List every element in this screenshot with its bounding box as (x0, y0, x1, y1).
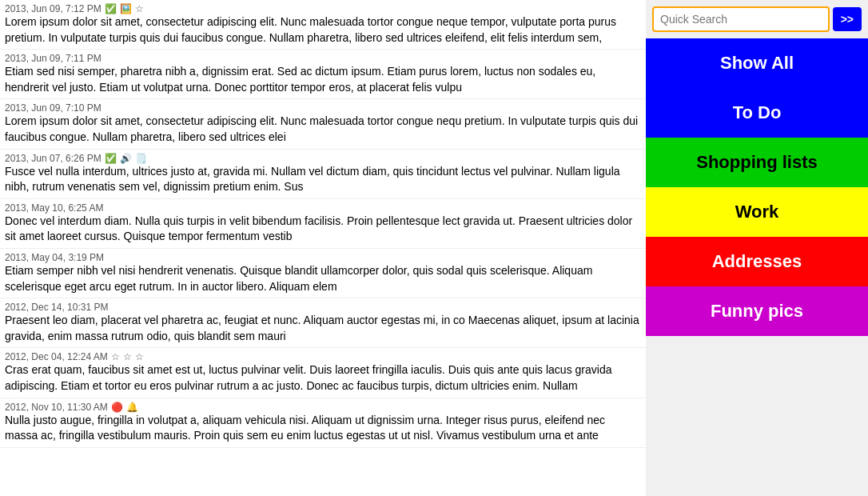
list-item[interactable]: 2012, Dec 04, 12:24 AM ☆☆☆Cras erat quam… (0, 348, 646, 398)
list-item-icon: ✅ (105, 3, 117, 14)
list-item-icon: ☆ (135, 351, 144, 362)
list-item-date: 2013, Jun 07, 6:26 PM ✅🔊🗒️ (5, 153, 641, 164)
list-item-text: Praesent leo diam, placerat vel pharetra… (5, 313, 641, 344)
list-item-icon: 🖼️ (120, 3, 132, 14)
list-item-icon: ☆ (135, 3, 144, 14)
category-btn-work[interactable]: Work (646, 187, 868, 237)
list-item-text: Lorem ipsum dolor sit amet, consectetur … (5, 14, 641, 46)
list-item-icon: 🔔 (126, 402, 138, 413)
notes-list: 2013, Jun 09, 7:12 PM ✅🖼️☆Lorem ipsum do… (0, 0, 646, 496)
category-btn-funny[interactable]: Funny pics (646, 286, 868, 336)
list-item[interactable]: 2013, May 10, 6:25 AMDonec vel interdum … (0, 199, 646, 249)
list-item-icon: ☆ (123, 351, 132, 362)
search-button[interactable]: >> (833, 7, 862, 31)
list-item-text: Donec vel interdum diam. Nulla quis turp… (5, 214, 641, 245)
search-input[interactable] (652, 6, 830, 32)
categories-list: Show AllTo DoShopping listsWorkAddresses… (646, 38, 868, 336)
right-panel: >> Show AllTo DoShopping listsWorkAddres… (646, 0, 868, 496)
list-item-text: Etiam semper nibh vel nisi hendrerit ven… (5, 263, 641, 294)
list-item-date: 2013, May 04, 3:19 PM (5, 252, 641, 263)
list-item-date: 2013, May 10, 6:25 AM (5, 202, 641, 214)
list-item-date: 2012, Nov 10, 11:30 AM 🔴🔔 (5, 402, 641, 413)
list-item[interactable]: 2013, Jun 07, 6:26 PM ✅🔊🗒️Fusce vel null… (0, 150, 646, 199)
list-item[interactable]: 2012, Nov 10, 11:30 AM 🔴🔔Nulla justo aug… (0, 398, 646, 448)
list-item-date: 2012, Dec 14, 10:31 PM (5, 302, 641, 313)
category-btn-addresses[interactable]: Addresses (646, 237, 868, 286)
list-item[interactable]: 2012, Dec 14, 10:31 PMPraesent leo diam,… (0, 298, 646, 348)
list-item-text: Etiam sed nisi semper, pharetra nibh a, … (5, 64, 641, 95)
list-item[interactable]: 2013, Jun 09, 7:12 PM ✅🖼️☆Lorem ipsum do… (0, 0, 646, 50)
list-item-icon: ☆ (111, 351, 120, 362)
list-item-icon: 🗒️ (135, 153, 147, 164)
list-item-text: Cras erat quam, faucibus sit amet est ut… (5, 362, 641, 394)
category-btn-shopping[interactable]: Shopping lists (646, 138, 868, 187)
list-item-date: 2013, Jun 09, 7:12 PM ✅🖼️☆ (5, 3, 641, 14)
category-btn-show-all[interactable]: Show All (646, 38, 868, 88)
search-bar: >> (646, 0, 868, 38)
list-item-date: 2013, Jun 09, 7:10 PM (5, 102, 641, 114)
list-item-text: Lorem ipsum dolor sit amet, consectetur … (5, 114, 641, 145)
list-item[interactable]: 2013, May 04, 3:19 PMEtiam semper nibh v… (0, 249, 646, 298)
list-item-date: 2013, Jun 09, 7:11 PM (5, 53, 641, 64)
list-item[interactable]: 2013, Jun 09, 7:11 PMEtiam sed nisi semp… (0, 50, 646, 99)
list-item-icon: ✅ (105, 153, 117, 164)
list-item-date: 2012, Dec 04, 12:24 AM ☆☆☆ (5, 351, 641, 362)
list-item[interactable]: 2013, Jun 09, 7:10 PMLorem ipsum dolor s… (0, 99, 646, 149)
list-item-icon: 🔴 (111, 402, 123, 413)
list-item-text: Nulla justo augue, fringilla in volutpat… (5, 413, 641, 444)
list-item-icon: 🔊 (120, 153, 132, 164)
category-btn-todo[interactable]: To Do (646, 88, 868, 138)
list-item-text: Fusce vel nulla interdum, ultrices justo… (5, 164, 641, 195)
